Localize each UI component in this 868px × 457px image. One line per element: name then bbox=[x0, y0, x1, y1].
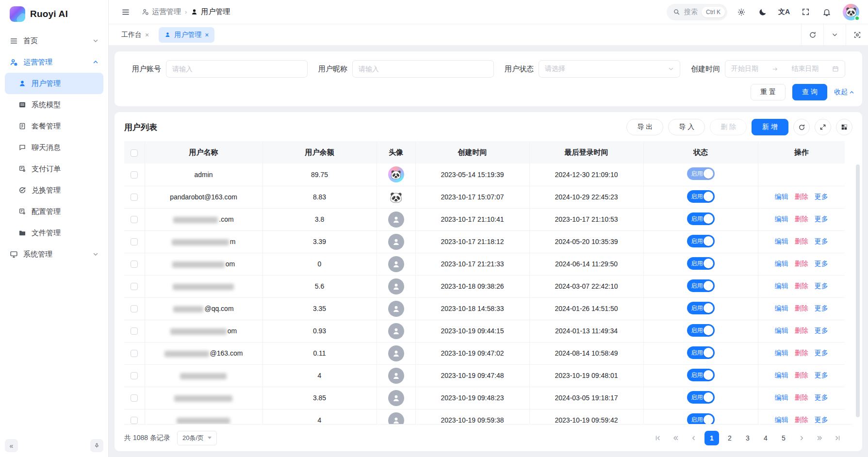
dark-mode-button[interactable] bbox=[755, 5, 770, 19]
next-page-button[interactable] bbox=[794, 431, 809, 445]
content-fullscreen-button[interactable] bbox=[846, 24, 868, 46]
status-toggle[interactable]: 启用 bbox=[687, 369, 715, 381]
sidebar-subitem-4[interactable]: 支付订单 bbox=[5, 158, 103, 180]
delete-link[interactable]: 删除 bbox=[795, 349, 808, 357]
more-link[interactable]: 更多 bbox=[815, 393, 828, 401]
delete-link[interactable]: 删除 bbox=[795, 282, 808, 290]
page-button-2[interactable]: 2 bbox=[722, 431, 737, 445]
sidebar-subitem-0[interactable]: 用户管理 bbox=[5, 73, 103, 94]
delete-link[interactable]: 删除 bbox=[795, 304, 808, 312]
more-link[interactable]: 更多 bbox=[815, 326, 828, 334]
global-search-button[interactable]: 搜索 Ctrl K bbox=[667, 4, 727, 20]
more-link[interactable]: 更多 bbox=[815, 349, 828, 357]
more-link[interactable]: 更多 bbox=[815, 260, 828, 267]
edit-link[interactable]: 编辑 bbox=[775, 349, 788, 357]
row-checkbox[interactable] bbox=[131, 194, 138, 201]
status-toggle[interactable]: 启用 bbox=[687, 324, 715, 337]
row-checkbox[interactable] bbox=[131, 261, 138, 268]
delete-link[interactable]: 删除 bbox=[795, 393, 808, 401]
tab-menu-button[interactable] bbox=[823, 24, 846, 46]
sidebar-subitem-1[interactable]: 系统模型 bbox=[5, 94, 103, 115]
edit-link[interactable]: 编辑 bbox=[775, 416, 788, 424]
refresh-list-button[interactable] bbox=[793, 119, 810, 135]
row-checkbox[interactable] bbox=[131, 283, 138, 290]
close-icon[interactable]: × bbox=[145, 32, 149, 38]
more-link[interactable]: 更多 bbox=[815, 237, 828, 245]
sidebar-pin-button[interactable] bbox=[90, 439, 103, 452]
more-link[interactable]: 更多 bbox=[815, 416, 828, 424]
delete-button[interactable]: 删 除 bbox=[710, 119, 747, 135]
status-toggle[interactable]: 启用 bbox=[687, 167, 715, 180]
sidebar-subitem-5[interactable]: 兑换管理 bbox=[5, 180, 103, 201]
refresh-tab-button[interactable] bbox=[801, 24, 823, 46]
row-checkbox[interactable] bbox=[131, 394, 138, 402]
account-input[interactable] bbox=[172, 65, 301, 73]
language-button[interactable]: 文A bbox=[777, 5, 791, 19]
import-button[interactable]: 导 入 bbox=[668, 119, 705, 135]
status-toggle[interactable]: 启用 bbox=[687, 257, 715, 270]
row-checkbox[interactable] bbox=[131, 171, 138, 179]
sidebar-collapse-button[interactable]: « bbox=[5, 439, 18, 452]
more-link[interactable]: 更多 bbox=[815, 215, 828, 223]
date-range-picker[interactable]: 开始日期 结束日期 bbox=[725, 60, 845, 78]
fullscreen-button[interactable] bbox=[798, 5, 813, 19]
first-page-button[interactable] bbox=[651, 431, 665, 445]
hamburger-menu-button[interactable] bbox=[118, 5, 133, 19]
more-link[interactable]: 更多 bbox=[815, 282, 828, 290]
edit-link[interactable]: 编辑 bbox=[775, 304, 788, 312]
edit-link[interactable]: 编辑 bbox=[775, 326, 788, 334]
edit-link[interactable]: 编辑 bbox=[775, 193, 788, 200]
add-button[interactable]: 新 增 bbox=[752, 119, 788, 135]
sidebar-item-system[interactable]: 系统管理 bbox=[5, 244, 103, 265]
status-toggle[interactable]: 启用 bbox=[687, 235, 715, 247]
row-checkbox[interactable] bbox=[131, 216, 138, 223]
edit-link[interactable]: 编辑 bbox=[775, 215, 788, 223]
page-button-5[interactable]: 5 bbox=[776, 431, 791, 445]
status-toggle[interactable]: 启用 bbox=[687, 413, 715, 424]
close-icon[interactable]: × bbox=[205, 32, 209, 38]
reset-button[interactable]: 重 置 bbox=[751, 84, 786, 100]
settings-button[interactable] bbox=[734, 5, 749, 19]
last-page-button[interactable] bbox=[830, 431, 845, 445]
more-link[interactable]: 更多 bbox=[815, 193, 828, 200]
status-toggle[interactable]: 启用 bbox=[687, 302, 715, 314]
page-button-1[interactable]: 1 bbox=[704, 431, 719, 445]
edit-link[interactable]: 编辑 bbox=[775, 237, 788, 245]
sidebar-item-operations[interactable]: 运营管理 bbox=[5, 51, 103, 73]
sidebar-subitem-2[interactable]: 套餐管理 bbox=[5, 115, 103, 137]
column-settings-button[interactable] bbox=[836, 119, 852, 135]
delete-link[interactable]: 删除 bbox=[795, 416, 808, 424]
edit-link[interactable]: 编辑 bbox=[775, 393, 788, 401]
more-link[interactable]: 更多 bbox=[815, 304, 828, 312]
status-toggle[interactable]: 启用 bbox=[687, 391, 715, 404]
forward-five-button[interactable] bbox=[812, 431, 827, 445]
status-select[interactable]: 请选择 bbox=[539, 60, 680, 78]
edit-link[interactable]: 编辑 bbox=[775, 260, 788, 267]
table-fullscreen-button[interactable] bbox=[815, 119, 831, 135]
delete-link[interactable]: 删除 bbox=[795, 237, 808, 245]
table-scrollbar[interactable] bbox=[856, 164, 860, 417]
row-checkbox[interactable] bbox=[131, 305, 138, 312]
breadcrumb-parent[interactable]: 运营管理 bbox=[142, 7, 181, 16]
tab-workbench[interactable]: 工作台 × bbox=[115, 27, 155, 43]
back-five-button[interactable] bbox=[669, 431, 683, 445]
sidebar-subitem-3[interactable]: 聊天消息 bbox=[5, 137, 103, 158]
page-button-3[interactable]: 3 bbox=[740, 431, 755, 445]
status-toggle[interactable]: 启用 bbox=[687, 212, 715, 225]
more-link[interactable]: 更多 bbox=[815, 371, 828, 379]
status-toggle[interactable]: 启用 bbox=[687, 190, 715, 203]
page-button-4[interactable]: 4 bbox=[758, 431, 773, 445]
row-checkbox[interactable] bbox=[131, 417, 138, 424]
row-checkbox[interactable] bbox=[131, 350, 138, 357]
row-checkbox[interactable] bbox=[131, 372, 138, 379]
delete-link[interactable]: 删除 bbox=[795, 215, 808, 223]
page-size-select[interactable]: 20条/页 bbox=[177, 431, 217, 445]
sidebar-subitem-7[interactable]: 文件管理 bbox=[5, 222, 103, 244]
collapse-filters-link[interactable]: 收起 bbox=[834, 88, 854, 97]
row-checkbox[interactable] bbox=[131, 238, 138, 245]
search-button[interactable]: 查 询 bbox=[792, 84, 827, 100]
sidebar-item-home[interactable]: 首页 bbox=[5, 30, 103, 51]
row-checkbox[interactable] bbox=[131, 327, 138, 335]
sidebar-subitem-6[interactable]: 配置管理 bbox=[5, 201, 103, 222]
edit-link[interactable]: 编辑 bbox=[775, 371, 788, 379]
